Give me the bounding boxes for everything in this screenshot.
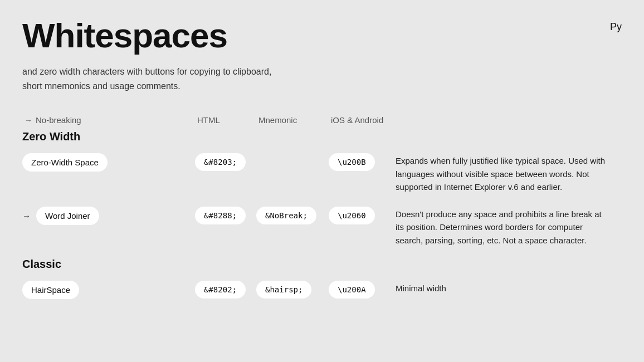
hair-space-button[interactable]: HairSpace bbox=[22, 281, 79, 299]
cell-description: Minimal width bbox=[396, 278, 622, 295]
zero-width-space-html-button[interactable]: &#8203; bbox=[195, 153, 246, 171]
cell-html: &#8203; bbox=[195, 151, 256, 171]
cell-name: Zero-Width Space bbox=[22, 151, 195, 172]
table-row: HairSpace &#8202; &hairsp; \u200A Minima… bbox=[22, 278, 622, 299]
hair-space-mnemonic-button[interactable]: &hairsp; bbox=[256, 281, 311, 299]
cell-mnemonic: &hairsp; bbox=[256, 278, 329, 299]
cell-html: &#8288; bbox=[195, 204, 256, 224]
col-header-ios: iOS & Android bbox=[331, 115, 398, 125]
col-header-mnemonic: Mnemonic bbox=[258, 115, 331, 125]
cell-description: Expands when fully justified like typica… bbox=[396, 151, 622, 193]
zero-width-space-button[interactable]: Zero-Width Space bbox=[22, 153, 108, 172]
zero-width-space-ios-button[interactable]: \u200B bbox=[329, 153, 375, 171]
cell-mnemonic: &NoBreak; bbox=[256, 204, 329, 224]
col-header-name: → No-breaking bbox=[25, 115, 197, 125]
hair-space-html-button[interactable]: &#8202; bbox=[195, 281, 246, 299]
cell-mnemonic bbox=[256, 151, 329, 153]
page-title: Whitespaces bbox=[22, 17, 622, 55]
section-title-zero-width: Zero Width bbox=[22, 130, 622, 143]
cell-ios: \u200B bbox=[329, 151, 396, 171]
cell-name: HairSpace bbox=[22, 278, 195, 299]
cell-ios: \u200A bbox=[329, 278, 396, 299]
header: Py Whitespaces and zero width characters… bbox=[22, 17, 622, 93]
table-row: → Word Joiner &#8288; &NoBreak; \u2060 D… bbox=[22, 204, 622, 247]
word-joiner-ios-button[interactable]: \u2060 bbox=[329, 207, 375, 224]
col-header-desc bbox=[398, 115, 619, 125]
word-joiner-mnemonic-button[interactable]: &NoBreak; bbox=[256, 207, 316, 224]
cell-name: → Word Joiner bbox=[22, 204, 195, 225]
cell-ios: \u2060 bbox=[329, 204, 396, 224]
column-headers: → No-breaking HTML Mnemonic iOS & Androi… bbox=[22, 115, 622, 125]
row-arrow-icon: → bbox=[22, 212, 31, 220]
subtitle: and zero width characters with buttons f… bbox=[22, 65, 345, 93]
py-badge[interactable]: Py bbox=[610, 21, 622, 33]
hair-space-ios-button[interactable]: \u200A bbox=[329, 281, 375, 299]
col-arrow-icon: → bbox=[25, 116, 32, 125]
col-header-name-label: No-breaking bbox=[36, 115, 81, 125]
col-header-html: HTML bbox=[197, 115, 258, 125]
cell-html: &#8202; bbox=[195, 278, 256, 299]
word-joiner-html-button[interactable]: &#8288; bbox=[195, 207, 246, 224]
zero-width-section: Zero Width Zero-Width Space &#8203; \u20… bbox=[22, 130, 622, 247]
word-joiner-button[interactable]: Word Joiner bbox=[36, 207, 99, 225]
content-table: → No-breaking HTML Mnemonic iOS & Androi… bbox=[22, 115, 622, 299]
section-title-classic: Classic bbox=[22, 258, 622, 271]
table-row: Zero-Width Space &#8203; \u200B Expands … bbox=[22, 151, 622, 193]
classic-section: Classic HairSpace &#8202; &hairsp; \u200… bbox=[22, 258, 622, 299]
cell-description: Doesn't produce any space and prohibits … bbox=[396, 204, 622, 247]
